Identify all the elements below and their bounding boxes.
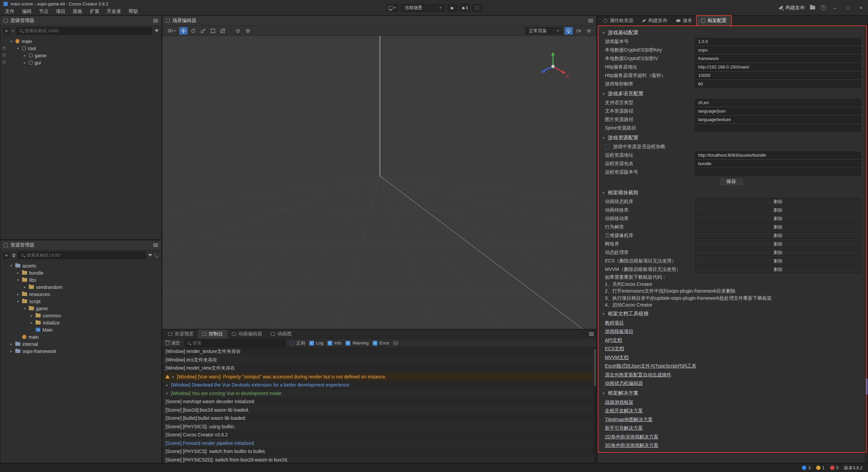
console-tab[interactable]: 动画图 <box>267 330 296 338</box>
sort-icon[interactable] <box>12 253 16 257</box>
log-row[interactable]: [Scene] [PHYSICS2D]: switch from box2d-w… <box>162 456 594 463</box>
doc-link[interactable]: 游戏模板项目 <box>601 327 861 336</box>
delete-button[interactable]: 删除 <box>695 232 861 239</box>
space-toggle-button[interactable] <box>244 27 252 35</box>
scrollbar-thumb[interactable] <box>594 349 596 386</box>
property-input[interactable] <box>695 107 861 115</box>
tree-node[interactable]: ▸ initialize <box>0 319 161 326</box>
tree-node[interactable]: ▸ bundle <box>0 269 161 276</box>
doc-link[interactable]: 教程项目 <box>601 319 861 328</box>
section-header[interactable]: ▾ 游戏基础配置 <box>601 28 861 37</box>
solution-link[interactable]: 2D角色扮演游戏解决方案 <box>601 433 861 441</box>
tree-caret-icon[interactable]: ▾ <box>23 307 27 310</box>
save-button[interactable]: 保存 <box>719 177 744 186</box>
render-mode-select[interactable]: 正常渲染 ▾ <box>525 27 563 35</box>
axis-gizmo[interactable]: X <box>537 50 569 82</box>
section-header[interactable]: ▾ 框架解决方案 <box>601 389 861 398</box>
menu-item[interactable]: 节点 <box>35 8 52 15</box>
tree-node[interactable]: ▸ common <box>0 312 161 319</box>
menu-item[interactable]: 开发者 <box>103 8 125 15</box>
tree-node[interactable]: ▸ oops-framework <box>0 348 161 355</box>
panel-menu-icon[interactable] <box>153 19 158 22</box>
inspector-tab[interactable]: 框架配置 <box>697 16 731 25</box>
scrollbar-thumb[interactable] <box>866 378 868 395</box>
doc-link[interactable]: MVVM文档 <box>601 353 861 362</box>
lock-icon[interactable] <box>3 47 5 50</box>
console-tab[interactable]: 控制台 <box>198 330 228 338</box>
tree-caret-icon[interactable]: ▸ <box>23 285 27 289</box>
lighting-toggle-button[interactable] <box>565 27 573 35</box>
tree-node[interactable]: ▸ internal <box>0 340 161 348</box>
log-filter-checkbox[interactable]: ✓ Info <box>328 340 342 346</box>
log-row[interactable]: [Scene] [PHYSICS]: using builtin. <box>162 422 594 431</box>
delete-button[interactable]: 删除 <box>695 206 861 214</box>
property-input[interactable] <box>695 55 861 62</box>
log-row[interactable]: [Scene] [bullet]:bullet wasm lib loaded. <box>162 414 594 422</box>
minimize-button[interactable]: – <box>831 5 839 11</box>
log-row[interactable]: [Scene] [box2d]:box2d wasm lib loaded. <box>162 406 594 414</box>
menu-item[interactable]: 面板 <box>69 8 86 15</box>
solution-link[interactable]: 3D角色扮演游戏解决方案 <box>601 441 861 450</box>
doc-link[interactable]: API文档 <box>601 336 861 345</box>
log-filter-checkbox[interactable]: ✓ Error <box>373 340 389 346</box>
section-header[interactable]: ▾ 框架文档工具链接 <box>601 309 861 319</box>
doc-link[interactable]: 原生包热更新配置自动生成插件 <box>601 371 861 379</box>
move-tool-button[interactable] <box>179 27 188 35</box>
checkbox-icon[interactable] <box>605 144 610 149</box>
log-row[interactable]: [Scene] [PHYSICS]: switch from builtin t… <box>162 447 594 456</box>
filter-icon[interactable] <box>148 254 152 257</box>
error-count-badge[interactable]: 0 <box>830 465 839 470</box>
menu-item[interactable]: 项目 <box>52 8 69 15</box>
rotate-tool-button[interactable] <box>189 27 197 35</box>
property-input[interactable] <box>695 99 861 106</box>
tree-node[interactable]: ▸ resources <box>0 291 161 298</box>
step-button[interactable]: ▶ <box>460 4 470 12</box>
add-node-button[interactable]: + <box>3 27 10 34</box>
search-input[interactable] <box>25 28 149 33</box>
property-input[interactable] <box>695 160 861 167</box>
tree-caret-icon[interactable]: ▸ <box>16 271 20 275</box>
property-input[interactable] <box>695 116 861 123</box>
solution-link[interactable]: Tiledmap地图解决方案 <box>601 415 861 424</box>
property-input[interactable] <box>695 124 861 132</box>
doc-link[interactable]: ECS文档 <box>601 345 861 353</box>
build-publish-button[interactable]: 构建发布 <box>779 5 805 11</box>
inspector-tab[interactable]: 构建发布 <box>638 16 672 25</box>
panel-menu-icon[interactable] <box>153 243 158 247</box>
doc-link[interactable]: 动画状态机编辑器 <box>601 379 861 388</box>
log-row[interactable]: ▸ [Window] [Vue warn]: Property "onInput… <box>162 373 594 381</box>
inspector-scrollbar[interactable] <box>865 26 868 463</box>
play-button[interactable]: ▶ <box>448 4 457 12</box>
tree-node[interactable]: ▸ game <box>0 52 161 59</box>
scene-viewport[interactable]: X <box>162 36 596 329</box>
property-input[interactable] <box>695 38 861 45</box>
property-input[interactable] <box>695 72 861 79</box>
solution-link[interactable]: 新手引导解决方案 <box>601 424 861 433</box>
console-tab[interactable]: 动画编辑器 <box>228 330 267 338</box>
console-tab[interactable]: 资源预览 <box>164 330 198 338</box>
tree-node[interactable]: ▸ seedrandom <box>0 283 161 291</box>
tree-caret-icon[interactable]: ▸ <box>29 321 34 324</box>
tree-caret-icon[interactable]: ▸ <box>9 349 13 353</box>
log-row[interactable]: [Scene] Forward render pipeline initiali… <box>162 439 594 448</box>
log-row[interactable]: [Window] model_view文件夹存在 <box>162 364 594 373</box>
property-input[interactable] <box>695 169 861 176</box>
property-input[interactable] <box>695 152 861 159</box>
collapse-logs-icon[interactable] <box>393 341 398 345</box>
inspector-tab[interactable]: 服务 <box>672 16 697 25</box>
open-project-folder-icon[interactable] <box>810 6 815 9</box>
expand-arrow-icon[interactable]: ▸ <box>172 375 175 378</box>
property-input[interactable] <box>695 63 861 71</box>
scene-settings-button[interactable] <box>585 27 593 35</box>
menu-item[interactable]: 编辑 <box>18 8 35 15</box>
preview-device-select[interactable]: ▾ <box>386 4 398 12</box>
tree-node[interactable]: ▾ main <box>0 38 161 45</box>
delete-button[interactable]: 删除 <box>695 215 861 222</box>
log-row[interactable]: [Window] render_texture文件夹存在 <box>162 348 594 356</box>
menu-item[interactable]: 扩展 <box>86 8 103 15</box>
log-row[interactable]: [Window] ecs文件夹存在 <box>162 356 594 365</box>
help-icon[interactable]: ? <box>821 5 826 11</box>
log-row[interactable]: [Scene] Cocos Creator v3.8.2 <box>162 431 594 439</box>
delete-button[interactable]: 删除 <box>695 240 861 248</box>
layout-grid-button[interactable] <box>473 4 482 12</box>
